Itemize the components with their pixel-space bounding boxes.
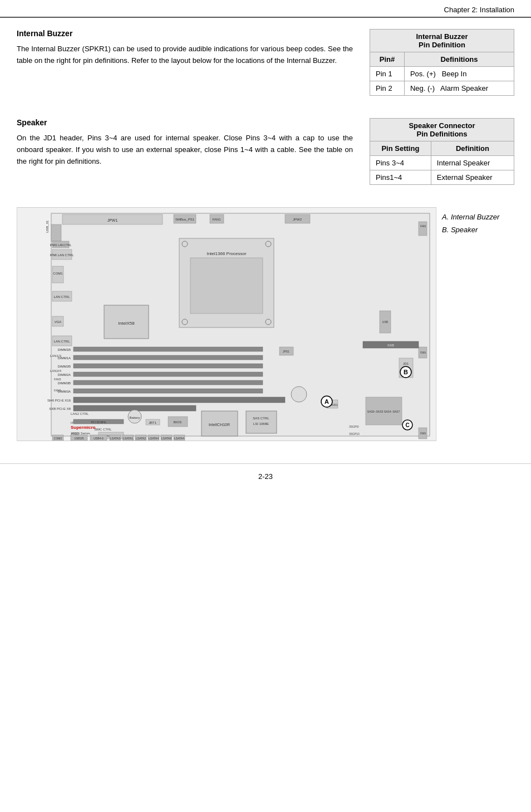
svg-text:LSATA6: LSATA6 <box>161 437 171 440</box>
page: Chapter 2: Installation Internal Buzzer … <box>0 0 531 812</box>
svg-rect-45 <box>73 397 285 403</box>
table-row: Pin 2 Neg. (-) Alarm Speaker <box>370 81 514 96</box>
svg-text:JPS1: JPS1 <box>283 350 289 353</box>
page-number: 2-23 <box>0 463 531 489</box>
svg-text:3SGPI0: 3SGPI0 <box>349 425 359 428</box>
speaker-body: On the JD1 header, Pins 3~4 are used for… <box>17 133 353 167</box>
internal-buzzer-table-container: Internal BuzzerPin Definition Pin# Defin… <box>370 29 514 96</box>
sp-col-def: Definition <box>431 141 514 156</box>
svg-text:FAN1: FAN1 <box>212 218 221 221</box>
table-row: Pins 3~4 Internal Speaker <box>370 156 514 170</box>
svg-text:LSATA2: LSATA2 <box>136 437 146 440</box>
svg-text:JPW2: JPW2 <box>293 218 302 221</box>
sp-row2-def: External Speaker <box>431 170 514 185</box>
legend-a: A. Internal Buzzer <box>442 213 514 221</box>
sp-col-setting: Pin Setting <box>370 141 431 156</box>
svg-text:DIMM3B: DIMM3B <box>58 381 71 385</box>
speaker-table-container: Speaker ConnectorPin Definitions Pin Set… <box>370 118 514 185</box>
speaker-section: Speaker On the JD1 header, Pins 3~4 are … <box>17 118 514 185</box>
svg-rect-33 <box>73 347 263 351</box>
chapter-title: Chapter 2: Installation <box>444 6 514 14</box>
svg-text:USB4-6: USB4-6 <box>94 437 104 440</box>
svg-text:IntelX58: IntelX58 <box>118 321 135 326</box>
motherboard-svg: JPW1 SMBus_PS1 FAN1 JPW2 USB_01 <box>17 208 436 441</box>
diagram-section: JPW1 SMBus_PS1 FAN1 JPW2 USB_01 <box>17 207 514 441</box>
table-row: Pin 1 Pos. (+) Beep In <box>370 67 514 81</box>
svg-text:SAS CTRL: SAS CTRL <box>253 417 269 420</box>
svg-text:COM2: COM2 <box>54 437 62 440</box>
svg-text:3SGP10: 3SGP10 <box>349 432 360 436</box>
svg-text:VGA: VGA <box>55 320 62 324</box>
svg-text:FAN: FAN <box>420 351 426 354</box>
svg-text:Intel1366 Processor: Intel1366 Processor <box>206 251 246 256</box>
svg-rect-10 <box>51 224 61 241</box>
svg-text:LSI 1068E: LSI 1068E <box>253 422 269 425</box>
sp-row1-def: Internal Speaker <box>431 156 514 170</box>
svg-rect-64 <box>419 222 427 236</box>
svg-text:LAN2 CTRL: LAN2 CTRL <box>71 412 89 415</box>
svg-text:DIMM1A: DIMM1A <box>58 356 71 360</box>
svg-text:SXB: SXB <box>387 344 394 347</box>
svg-text:SXB PCI-E X8: SXB PCI-E X8 <box>49 407 71 410</box>
svg-text:BIOS: BIOS <box>174 420 181 424</box>
svg-text:A: A <box>324 398 329 405</box>
page-number-text: 2-23 <box>258 472 273 481</box>
svg-text:FAN5: FAN5 <box>54 378 61 381</box>
ib-row2-pin: Pin 2 <box>370 81 405 96</box>
svg-text:LAN2/4: LAN2/4 <box>50 369 62 373</box>
svg-rect-39 <box>73 372 263 376</box>
svg-text:SMBus_PS1: SMBus_PS1 <box>175 218 195 221</box>
legend-b: B. Speaker <box>442 226 514 234</box>
ib-col-def: Definitions <box>404 52 514 67</box>
svg-text:DIMM2B: DIMM2B <box>58 365 71 368</box>
internal-buzzer-table: Internal BuzzerPin Definition Pin# Defin… <box>370 29 514 96</box>
svg-rect-35 <box>73 355 263 360</box>
svg-text:JBT1: JBT1 <box>149 421 157 424</box>
svg-text:PVDD: PVDD <box>71 432 79 436</box>
internal-buzzer-title: Internal Buzzer <box>17 29 353 38</box>
svg-text:LSATA1: LSATA1 <box>123 437 133 440</box>
diagram-container: JPW1 SMBus_PS1 FAN1 JPW2 USB_01 <box>17 207 514 441</box>
svg-text:USB3/5: USB3/5 <box>74 437 83 440</box>
table-row: Pins1~4 External Speaker <box>370 170 514 185</box>
svg-rect-37 <box>73 364 263 368</box>
ib-row1-def: Pos. (+) Beep In <box>404 67 514 81</box>
svg-text:IPMI LAN CTRL: IPMI LAN CTRL <box>50 253 74 257</box>
svg-text:LSATA4: LSATA4 <box>174 437 184 440</box>
svg-text:Supermicro: Supermicro <box>71 425 96 430</box>
internal-buzzer-table-header: Internal BuzzerPin Definition <box>370 30 514 52</box>
ib-col-pin: Pin# <box>370 52 405 67</box>
svg-text:JPW1: JPW1 <box>107 218 118 222</box>
svg-text:PCI 33 MHz: PCI 33 MHz <box>91 420 106 424</box>
sp-row1-pin: Pins 3~4 <box>370 156 431 170</box>
speaker-text: Speaker On the JD1 header, Pins 3~4 are … <box>17 118 353 185</box>
svg-text:COM1: COM1 <box>53 272 63 275</box>
internal-buzzer-body: The Internal Buzzer (SPKR1) can be used … <box>17 43 353 67</box>
svg-text:LAN CTRL: LAN CTRL <box>53 295 70 299</box>
legend-b-label: B. Speaker <box>442 226 478 234</box>
ib-row2-def: Neg. (-) Alarm Speaker <box>404 81 514 96</box>
svg-rect-101 <box>132 441 146 441</box>
svg-text:USB: USB <box>382 320 389 324</box>
internal-buzzer-section: Internal Buzzer The Internal Buzzer (SPK… <box>17 29 514 96</box>
svg-rect-32 <box>190 258 263 314</box>
diagram-legend: A. Internal Buzzer B. Speaker <box>442 207 514 441</box>
svg-text:SAS0~SAS3 SAS4~SAS7: SAS0~SAS3 SAS4~SAS7 <box>367 410 400 413</box>
svg-text:IntelICH10R: IntelICH10R <box>209 423 230 427</box>
svg-text:LSATA3: LSATA3 <box>110 437 120 440</box>
svg-text:LAN CTRL: LAN CTRL <box>53 340 70 343</box>
svg-text:FAN: FAN <box>420 432 426 435</box>
svg-text:DIMM1B: DIMM1B <box>58 348 71 351</box>
legend-a-label: A. Internal Buzzer <box>442 213 499 221</box>
svg-text:Sl#6 PCI-E X16: Sl#6 PCI-E X16 <box>47 399 71 402</box>
svg-text:LSATA4: LSATA4 <box>149 437 159 440</box>
svg-rect-43 <box>73 389 263 393</box>
svg-text:Battery: Battery <box>129 416 140 419</box>
svg-text:JD1: JD1 <box>403 362 409 365</box>
speaker-title: Speaker <box>17 118 353 127</box>
svg-text:IPMI1 LAN CTRL: IPMI1 LAN CTRL <box>50 243 72 247</box>
internal-buzzer-text: Internal Buzzer The Internal Buzzer (SPK… <box>17 29 353 96</box>
svg-text:B: B <box>404 369 408 375</box>
svg-text:FAN: FAN <box>420 224 426 228</box>
svg-text:USB_01: USB_01 <box>46 220 49 233</box>
